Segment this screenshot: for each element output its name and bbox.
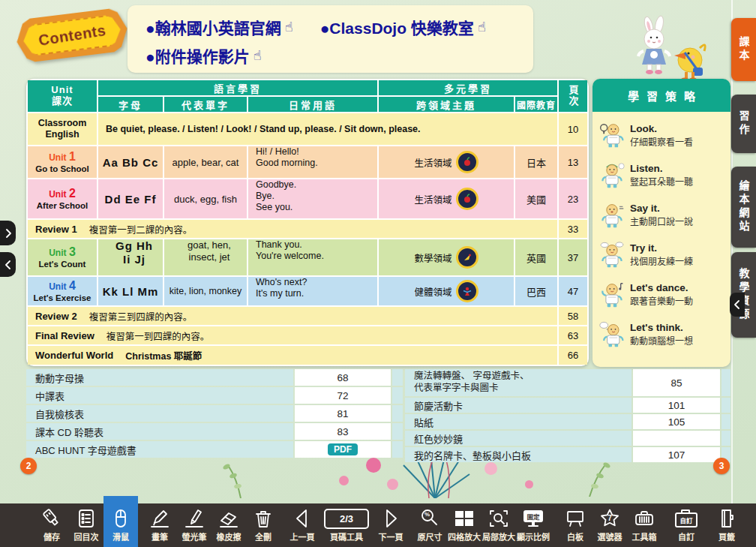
page-number: 10 [559, 113, 587, 145]
mouse-icon [110, 508, 132, 529]
expand-left-panel-button[interactable] [0, 221, 16, 245]
area-zoom-button[interactable]: 局部放大 [482, 503, 516, 547]
pen-tool-button[interactable]: 畫筆 [142, 503, 177, 547]
unit2-country: 美國 [515, 179, 557, 218]
flower-dot [525, 480, 533, 488]
col-header-language-learning: 語言學習 [98, 80, 377, 95]
original-size-button[interactable]: % 原尺寸 [412, 503, 447, 547]
pointing-hand-icon: ☝ [254, 47, 262, 64]
collapse-left-panel-button[interactable] [0, 252, 16, 277]
listen-mascot-icon [598, 161, 626, 190]
row-unit4-label: Unit 4 Let's Exercise [28, 277, 97, 305]
previous-page-button[interactable]: 上一頁 [285, 503, 320, 547]
link-label: ●附件操作影片 [146, 44, 250, 67]
pointing-hand-icon: ☝ [285, 19, 293, 35]
collapse-sidebar-button[interactable] [730, 293, 745, 317]
flower-dot [484, 462, 497, 475]
unit1-domain: 生活領域 [379, 146, 514, 178]
col-header-letters: 字母 [98, 97, 163, 112]
page-indicator[interactable]: 2/3 [324, 509, 369, 529]
tab-picturebook-site[interactable]: 繪本網站 [731, 167, 756, 248]
appendix-item: 貼紙 [405, 414, 632, 429]
ebook-reader-page: Contents ●翰林國小英語官網 ☝ ●ClassDojo 快樂教室 ☝ ●… [0, 0, 756, 547]
page-number: 66 [559, 346, 587, 365]
unit2-words: duck, egg, fish [164, 179, 247, 218]
appendix-item: 自我檢核表 [26, 405, 293, 422]
appendix-left-table: 動動字母操 68 中譯表 72 自我檢核表 81 課本 CD 聆聽表 83 AB… [26, 369, 403, 458]
next-page-button[interactable]: 下一頁 [374, 503, 408, 547]
link-label: ●翰林國小英語官網 [146, 16, 281, 38]
row-review1: Review 1 複習第一到二課的內容。 [28, 220, 557, 238]
toc-table: Unit 課次 語言學習 多元學習 頁次 字母 代表單字 日常用語 跨領域主題 … [26, 79, 589, 366]
flower-dot [339, 476, 349, 485]
math-domain-badge-icon [456, 246, 478, 269]
strategy-item-look: Look.仔細觀察看一看 [598, 116, 728, 155]
chevron-left-icon [734, 300, 740, 309]
page-number: 63 [559, 326, 587, 344]
highlighter-tool-button[interactable]: 螢光筆 [177, 503, 212, 547]
link-attachment-videos[interactable]: ●附件操作影片 ☝ [146, 44, 262, 67]
strategies-panel-title: 學習策略 [592, 79, 730, 112]
col-header-phrases: 日常用語 [248, 97, 377, 112]
tab-workbook[interactable]: 習作 [731, 95, 756, 153]
appendix-right-table: 魔法轉轉盤、 字母遊戲卡、 代表單字字卡與圖卡 85 節慶活動卡 101 貼紙 … [405, 369, 730, 462]
save-icon [40, 508, 63, 529]
pdf-button[interactable]: PDF [328, 443, 358, 455]
eraser-tool-button[interactable]: 橡皮擦 [212, 503, 246, 547]
col-header-international: 國際教育 [515, 97, 557, 112]
link-classdojo[interactable]: ●ClassDojo 快樂教室 ☝ [320, 16, 486, 38]
page-number [633, 431, 720, 446]
look-mascot-icon [598, 122, 626, 150]
row-unit2-label: Unit 2 After School [28, 179, 97, 218]
page-tab-button[interactable]: 頁籤 [710, 503, 744, 547]
dance-mascot-icon [598, 281, 626, 309]
pe-domain-badge-icon [456, 280, 478, 302]
life-domain-badge-icon [456, 188, 478, 210]
col-header-words: 代表單字 [164, 97, 247, 112]
whiteboard-button[interactable]: 白板 [558, 503, 592, 547]
unit1-letters: Aa Bb Cc [98, 146, 163, 178]
area-zoom-icon [488, 508, 510, 529]
toolbox-button[interactable]: 工具箱 [627, 503, 662, 547]
unit2-phrases: Goodbye. Bye. See you. [248, 179, 377, 218]
unit1-words: apple, bear, cat [164, 146, 247, 178]
row-wonderful-world: Wonderful World Christmas 耶誕節 [28, 346, 557, 365]
number-picker-button[interactable]: 7 選號器 [592, 503, 627, 547]
row-classroom-english-label: Classroom English [28, 113, 97, 145]
page-number-badge-left: 2 [20, 458, 37, 474]
life-domain-badge-icon [456, 151, 478, 173]
strategy-item-say: Say it.主動開口說一說 [598, 195, 728, 235]
custom-icon: 自訂 [675, 512, 698, 527]
back-to-contents-button[interactable]: 回目次 [69, 503, 104, 547]
chevron-left-icon [5, 260, 11, 269]
page-number: 23 [559, 179, 587, 218]
page-number: 13 [559, 146, 587, 178]
trash-icon [252, 508, 274, 529]
unit4-words: kite, lion, monkey [164, 277, 247, 305]
link-hanlin-english-site[interactable]: ●翰林國小英語官網 ☝ [146, 16, 293, 38]
appendix-tables: 動動字母操 68 中譯表 72 自我檢核表 81 課本 CD 聆聽表 83 AB… [26, 369, 730, 462]
appendix-item: 動動字母操 [26, 369, 293, 386]
save-button[interactable]: 儲存 [34, 503, 69, 547]
learning-strategies-panel: 學習策略 Look.仔細觀察看一看 [592, 79, 730, 367]
page-number: 47 [559, 277, 587, 305]
classroom-english-content: Be quiet, please. / Listen! / Look! / St… [98, 113, 557, 145]
page-number: 68 [295, 369, 391, 386]
display-ratio-button[interactable]: 固定 顯示比例 [516, 503, 550, 547]
pointing-hand-icon: ☝ [478, 19, 486, 35]
four-panel-zoom-button[interactable]: 四格放大 [447, 503, 482, 547]
say-mascot-icon [598, 201, 626, 230]
col-header-unit: Unit 課次 [28, 80, 97, 112]
unit4-country: 巴西 [515, 277, 557, 305]
whiteboard-icon [564, 508, 586, 529]
custom-button[interactable]: 自訂 自訂 [669, 503, 704, 547]
mouse-tool-button[interactable]: 滑鼠 [104, 496, 138, 547]
contents-badge: Contents [14, 7, 130, 64]
page-number: 101 [633, 398, 720, 413]
delete-all-button[interactable]: 全刪 [246, 503, 280, 547]
strategy-item-try: Try it.找個朋友練一練 [598, 235, 728, 275]
unit4-domain: 健體領域 [379, 277, 514, 305]
tab-textbook[interactable]: 課本 [731, 18, 756, 81]
page-number-tool-button[interactable]: 2/3 頁碼工具 [320, 503, 374, 547]
page-number: 72 [295, 387, 391, 404]
